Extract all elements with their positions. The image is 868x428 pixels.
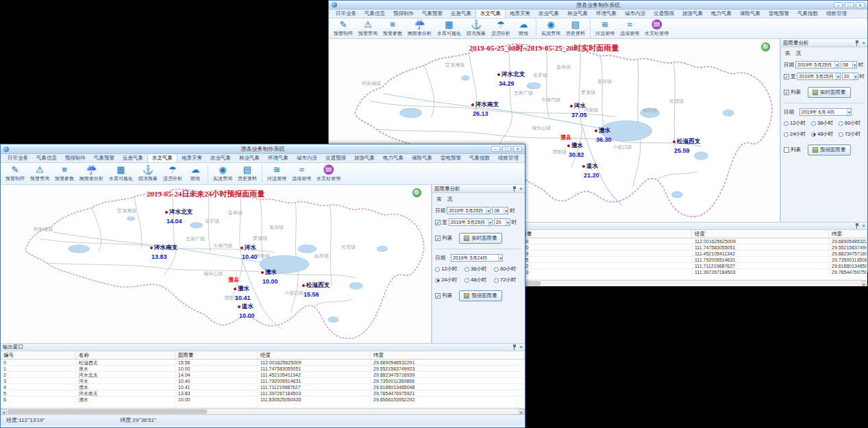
toolbar-button[interactable]: ⚓ 防汛预案 [136, 164, 160, 183]
menu-tab[interactable]: 日常业务 [332, 10, 360, 18]
menu-tab[interactable]: 应急气象 [447, 10, 475, 18]
toolbar-button[interactable]: ☁ 雨情 [185, 164, 208, 183]
menu-tab[interactable]: 气象预警 [418, 10, 447, 18]
refresh-button[interactable]: ↻ [761, 42, 770, 51]
dock-close-icon[interactable]: × [862, 223, 865, 229]
toolbar-button[interactable]: ▦ 水库可视化 [106, 164, 136, 183]
forecast-hours-radio[interactable]: 48小时 [811, 131, 837, 138]
toolbar-button[interactable]: ◉ 实况查询 [210, 164, 235, 183]
table-row[interactable]: 6澹水10.00111.83052505043529.6566153952292 [1, 396, 525, 402]
menu-tab[interactable]: 绩效管理 [822, 10, 851, 18]
menu-tab[interactable]: 雷电预警 [765, 10, 793, 18]
panel-close-icon[interactable]: × [862, 40, 865, 46]
live-list-checkbox[interactable] [435, 236, 441, 241]
forecast-hours-radio[interactable]: 60小时 [839, 120, 865, 127]
menu-tab[interactable]: 城市内涝 [621, 10, 649, 18]
forecast-hours-radio[interactable]: 12小时 [435, 266, 463, 273]
toolbar-button[interactable]: ≈ 流域管理 [289, 164, 314, 183]
menu-tab[interactable]: 地质灾害 [177, 154, 206, 162]
maximize-button[interactable]: □ [845, 2, 854, 8]
toolbar-button[interactable]: ≡ 预警参数 [52, 164, 77, 183]
forecast-hours-radio[interactable]: 72小时 [494, 277, 522, 284]
menu-tab[interactable]: 气象指数 [465, 154, 494, 162]
pin-icon[interactable] [855, 223, 859, 229]
menu-tab[interactable]: 林业气象 [563, 10, 592, 18]
menu-tab[interactable]: 地质灾害 [506, 10, 534, 18]
toolbar-button[interactable]: ☂ 渍涝分析 [160, 164, 185, 183]
column-header[interactable]: 名称 [76, 351, 175, 359]
menu-tab[interactable]: 预报制作 [61, 154, 90, 162]
menu-tab[interactable]: 农业气象 [206, 154, 235, 162]
column-header[interactable]: 纬度 [371, 351, 525, 359]
menu-tab[interactable]: 旅游气象 [678, 10, 707, 18]
forecast-hours-radio[interactable]: 24小时 [435, 277, 463, 284]
toolbar-button[interactable]: ☔ 面雨量分析 [405, 19, 434, 38]
forecast-hours-radio[interactable]: 12小时 [784, 120, 810, 127]
live-from-hour-select[interactable]: 08▾ [492, 207, 508, 214]
panel-close-icon[interactable]: × [519, 186, 523, 192]
menu-tab[interactable]: 电力气象 [707, 10, 736, 18]
toolbar-button[interactable]: ☔ 面雨量分析 [77, 164, 106, 183]
scrollbar-thumb[interactable] [8, 410, 207, 414]
forecast-date-select[interactable]: 2019年 6月 4日▾ [799, 108, 852, 116]
live-to-date-select[interactable]: 2019年 5月25日▾ [449, 218, 493, 226]
maximize-button[interactable]: □ [502, 146, 511, 152]
menu-tab[interactable]: 保险气象 [736, 10, 765, 18]
scroll-right-icon[interactable]: ► [861, 281, 867, 286]
live-list-checkbox[interactable] [784, 90, 789, 95]
forecast-areal-rain-button[interactable]: 预报面雨量 [459, 290, 502, 301]
column-header[interactable]: 面雨量 [514, 230, 692, 238]
toolbar-button[interactable]: ♒ 水文站管理 [314, 164, 343, 183]
column-header[interactable]: 编号 [1, 351, 76, 359]
live-date-select[interactable]: 2019年 5月25日▾ [447, 207, 491, 214]
toolbar-button[interactable]: ≋ 河流管理 [593, 19, 617, 38]
minimize-button[interactable]: – [834, 2, 843, 8]
menu-tab[interactable]: 气象预警 [90, 154, 119, 162]
pin-icon[interactable] [512, 344, 517, 350]
menu-tab[interactable]: 农业气象 [534, 10, 563, 18]
scroll-right-icon[interactable]: ► [519, 409, 525, 414]
live-areal-rain-button[interactable]: 实时面雨量 [459, 233, 502, 244]
menu-tab[interactable]: 林业气象 [235, 154, 264, 162]
close-button[interactable]: × [856, 2, 865, 8]
horizontal-scrollbar[interactable]: ◄ ► [1, 408, 525, 414]
menu-tab[interactable]: 预报制作 [389, 10, 418, 18]
forecast-hours-radio[interactable]: 72小时 [839, 131, 865, 138]
live-from-hour-select[interactable]: 08▾ [841, 61, 857, 68]
menu-tab[interactable]: 保险气象 [408, 154, 436, 162]
table-row[interactable]: 3涔水10.40111.79200551463129.7350011350866 [1, 378, 525, 384]
title-bar[interactable]: 澧县业务制作系统 – □ × [329, 1, 867, 10]
live-to-date-select[interactable]: 2019年 5月25日▾ [797, 73, 840, 80]
live-to-hour-select[interactable]: 20▾ [494, 218, 510, 226]
minimize-button[interactable]: – [491, 146, 500, 152]
close-button[interactable]: × [513, 146, 522, 152]
forecast-date-select[interactable]: 2019年 5月24日▾ [451, 254, 503, 262]
menu-tab[interactable]: 交通预报 [321, 154, 350, 162]
menu-tab[interactable]: 旅游气象 [350, 154, 379, 162]
rainfall-map[interactable]: 甘溪滩镇码头铺镇火连坡镇金罗镇盐井镇复兴镇王家厂镇大堰垱镇梦溪镇涔南镇官垸镇如东… [1, 185, 432, 343]
toolbar-button[interactable]: ✎ 预警制作 [3, 164, 27, 183]
table-row[interactable]: 4澧水10.41111.71121968762729.6188013485048 [1, 384, 525, 390]
toolbar-button[interactable]: ≈ 流域管理 [617, 19, 642, 38]
toolbar-button[interactable]: ⚓ 防汛预案 [464, 19, 488, 38]
toolbar-button[interactable]: ◉ 实况查询 [538, 19, 563, 38]
column-header[interactable]: 面雨量 [175, 351, 258, 359]
menu-tab[interactable]: 应急气象 [119, 154, 147, 162]
table-row[interactable]: 0松滋西支15.56112.00162562500929.68905485322… [1, 360, 525, 366]
pin-icon[interactable] [512, 186, 517, 192]
menu-tab[interactable]: 气象信息 [32, 154, 61, 162]
column-header[interactable]: 纬度 [829, 230, 867, 238]
menu-tab[interactable]: 气象指数 [793, 10, 822, 18]
menu-tab[interactable]: 电力气象 [379, 154, 408, 162]
menu-tab[interactable]: 环境气象 [592, 10, 621, 18]
forecast-list-checkbox[interactable] [784, 147, 789, 153]
toolbar-button[interactable]: ▤ 历史资料 [235, 164, 262, 183]
live-date-select[interactable]: 2019年 5月25日▾ [795, 61, 839, 68]
column-header[interactable]: 经度 [692, 230, 829, 238]
live-areal-rain-button[interactable]: 实时面雨量 [808, 87, 851, 98]
toolbar-button[interactable]: ♒ 水文站管理 [642, 19, 671, 38]
title-bar[interactable]: 澧县业务制作系统 – □ × [1, 144, 525, 154]
column-header[interactable]: 经度 [258, 351, 371, 359]
table-row[interactable]: 1道水10.00111.74758305505129.5521563749923 [1, 366, 525, 372]
menu-tab[interactable]: 城市内涝 [293, 154, 321, 162]
